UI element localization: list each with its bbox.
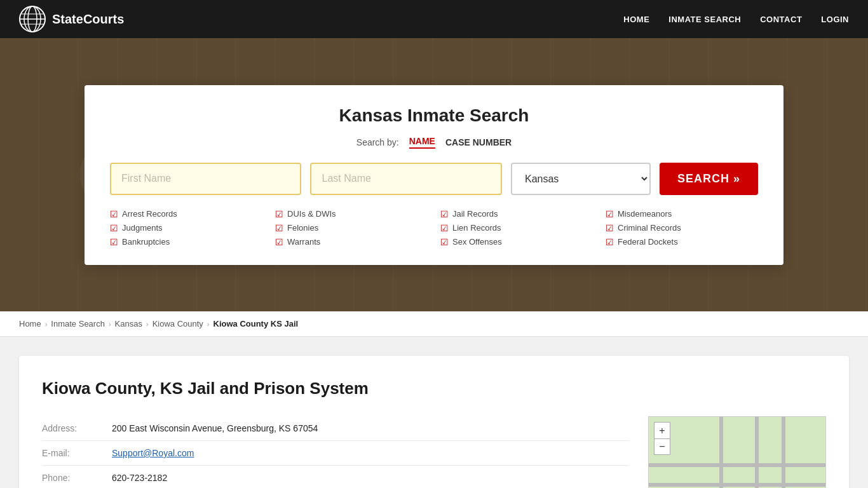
checkbox-label: Warrants bbox=[287, 237, 320, 247]
map-zoom-out[interactable]: − bbox=[654, 438, 670, 455]
email-link[interactable]: Support@Royal.com bbox=[112, 448, 194, 458]
nav-login[interactable]: LOGIN bbox=[821, 15, 849, 24]
map-road-vertical-3 bbox=[782, 417, 785, 488]
check-icon: ☑ bbox=[110, 223, 118, 233]
phone-row: Phone: 620-723-2182 bbox=[42, 466, 629, 488]
checkbox-item: ☑Warrants bbox=[275, 237, 428, 247]
checkbox-item: ☑Arrest Records bbox=[110, 209, 262, 219]
checkbox-label: Judgments bbox=[122, 223, 163, 233]
email-row: E-mail: Support@Royal.com bbox=[42, 441, 629, 466]
site-header: StateCourts HOME INMATE SEARCH CONTACT L… bbox=[0, 0, 868, 38]
checkbox-label: Federal Dockets bbox=[618, 237, 678, 247]
checkbox-label: DUIs & DWIs bbox=[287, 209, 336, 219]
tab-name[interactable]: NAME bbox=[409, 136, 435, 149]
content-with-map: Address: 200 East Wisconsin Avenue, Gree… bbox=[42, 416, 826, 488]
search-inputs: Kansas Alabama Alaska Arizona Arkansas C… bbox=[110, 163, 758, 195]
map-background bbox=[649, 417, 825, 488]
checkbox-label: Jail Records bbox=[452, 209, 498, 219]
search-card-title: Kansas Inmate Search bbox=[110, 105, 758, 126]
checkbox-item: ☑DUIs & DWIs bbox=[275, 209, 428, 219]
map-box[interactable]: + − bbox=[648, 416, 826, 488]
check-icon: ☑ bbox=[110, 237, 118, 247]
first-name-input[interactable] bbox=[110, 163, 301, 195]
check-icon: ☑ bbox=[606, 237, 614, 247]
phone-label: Phone: bbox=[42, 473, 112, 483]
map-zoom-in[interactable]: + bbox=[654, 422, 670, 438]
checkbox-item: ☑Jail Records bbox=[440, 209, 593, 219]
search-card: Kansas Inmate Search Search by: NAME CAS… bbox=[85, 85, 783, 265]
breadcrumb-separator: › bbox=[109, 320, 111, 328]
facility-title: Kiowa County, KS Jail and Prison System bbox=[42, 379, 826, 398]
logo[interactable]: StateCourts bbox=[19, 6, 124, 32]
check-icon: ☑ bbox=[275, 223, 283, 233]
breadcrumb-link[interactable]: Home bbox=[19, 319, 41, 329]
checkbox-label: Arrest Records bbox=[122, 209, 177, 219]
email-label: E-mail: bbox=[42, 448, 112, 458]
checkbox-item: ☑Misdemeanors bbox=[606, 209, 758, 219]
checkbox-grid: ☑Arrest Records☑DUIs & DWIs☑Jail Records… bbox=[110, 209, 758, 247]
check-icon: ☑ bbox=[110, 209, 118, 219]
checkbox-label: Lien Records bbox=[452, 223, 501, 233]
checkbox-label: Felonies bbox=[287, 223, 318, 233]
phone-value: 620-723-2182 bbox=[112, 473, 167, 483]
check-icon: ☑ bbox=[606, 209, 614, 219]
checkbox-label: Misdemeanors bbox=[618, 209, 672, 219]
check-icon: ☑ bbox=[275, 237, 283, 247]
breadcrumb-link[interactable]: Inmate Search bbox=[51, 319, 105, 329]
search-by-row: Search by: NAME CASE NUMBER bbox=[110, 136, 758, 149]
nav-inmate-search[interactable]: INMATE SEARCH bbox=[668, 15, 741, 24]
search-by-label: Search by: bbox=[356, 137, 399, 147]
info-section: Address: 200 East Wisconsin Avenue, Gree… bbox=[42, 416, 629, 488]
logo-text: StateCourts bbox=[52, 12, 124, 27]
breadcrumb: Home›Inmate Search›Kansas›Kiowa County›K… bbox=[0, 311, 868, 337]
tab-case-number[interactable]: CASE NUMBER bbox=[445, 137, 512, 147]
checkbox-label: Sex Offenses bbox=[452, 237, 502, 247]
map-controls: + − bbox=[654, 422, 670, 455]
check-icon: ☑ bbox=[606, 223, 614, 233]
state-select[interactable]: Kansas Alabama Alaska Arizona Arkansas C… bbox=[511, 163, 651, 195]
map-road-vertical-2 bbox=[755, 417, 759, 488]
checkbox-label: Bankruptcies bbox=[122, 237, 170, 247]
address-value: 200 East Wisconsin Avenue, Greensburg, K… bbox=[112, 423, 318, 433]
breadcrumb-current: Kiowa County KS Jail bbox=[214, 319, 299, 329]
breadcrumb-link[interactable]: Kiowa County bbox=[153, 319, 203, 329]
main-content: Kiowa County, KS Jail and Prison System … bbox=[0, 337, 868, 488]
check-icon: ☑ bbox=[275, 209, 283, 219]
search-button[interactable]: SEARCH » bbox=[660, 163, 758, 195]
address-label: Address: bbox=[42, 423, 112, 433]
checkbox-item: ☑Federal Dockets bbox=[606, 237, 758, 247]
main-nav: HOME INMATE SEARCH CONTACT LOGIN bbox=[623, 15, 849, 24]
nav-home[interactable]: HOME bbox=[623, 15, 649, 24]
content-card: Kiowa County, KS Jail and Prison System … bbox=[19, 356, 849, 488]
info-table: Address: 200 East Wisconsin Avenue, Gree… bbox=[42, 416, 629, 488]
logo-icon bbox=[19, 6, 46, 32]
checkbox-item: ☑Judgments bbox=[110, 223, 262, 233]
check-icon: ☑ bbox=[440, 223, 449, 233]
map-section: + − bbox=[648, 416, 826, 488]
checkbox-item: ☑Lien Records bbox=[440, 223, 593, 233]
check-icon: ☑ bbox=[440, 237, 449, 247]
map-road-vertical bbox=[719, 417, 723, 488]
breadcrumb-separator: › bbox=[45, 320, 48, 328]
breadcrumb-separator: › bbox=[146, 320, 149, 328]
checkbox-item: ☑Sex Offenses bbox=[440, 237, 593, 247]
checkbox-item: ☑Bankruptcies bbox=[110, 237, 262, 247]
nav-contact[interactable]: CONTACT bbox=[760, 15, 802, 24]
address-row: Address: 200 East Wisconsin Avenue, Gree… bbox=[42, 416, 629, 441]
breadcrumb-link[interactable]: Kansas bbox=[115, 319, 142, 329]
checkbox-item: ☑Criminal Records bbox=[606, 223, 758, 233]
checkbox-item: ☑Felonies bbox=[275, 223, 428, 233]
checkbox-label: Criminal Records bbox=[618, 223, 681, 233]
breadcrumb-separator: › bbox=[207, 320, 210, 328]
map-road-horizontal-2 bbox=[649, 463, 825, 467]
hero-section: COURTHOUSE Kansas Inmate Search Search b… bbox=[0, 38, 868, 311]
map-road-horizontal bbox=[649, 483, 825, 487]
check-icon: ☑ bbox=[440, 209, 449, 219]
last-name-input[interactable] bbox=[310, 163, 501, 195]
